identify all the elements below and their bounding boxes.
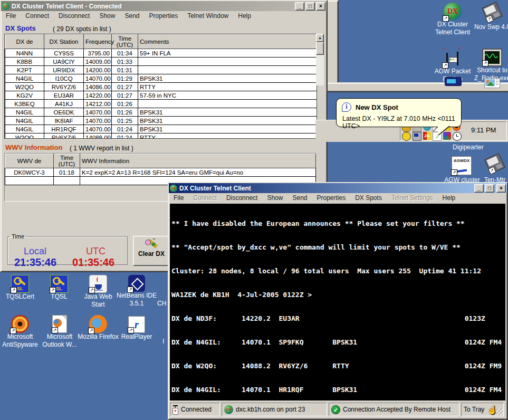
partial-label-ch: CH bbox=[157, 300, 169, 308]
close-button[interactable]: × bbox=[496, 184, 506, 193]
table-row[interactable]: K3BEQA41KJ14212.0001:26 bbox=[5, 100, 318, 108]
menu-telnet-settings: Telnet Settings bbox=[387, 193, 438, 203]
desktop-icon-dx-cluster[interactable]: DX ↗ DX ClusterTelnet Client bbox=[433, 3, 473, 36]
table-row[interactable]: DK0WCY-3 01:18 K=2 expK=2 A=13 R=168 SFI… bbox=[5, 168, 316, 177]
terminal-line: DX de ND3F: 14220.2 EU3AR 0123Z bbox=[171, 314, 505, 322]
time-group-label: Time bbox=[10, 233, 26, 240]
dx-globe-icon: DX bbox=[170, 185, 177, 192]
menu-properties[interactable]: Properties bbox=[312, 193, 350, 203]
desktop-icon-firefox[interactable]: ↗ Mozilla Firefox bbox=[75, 315, 121, 341]
dx-spots-scrollbar[interactable]: ▲ bbox=[316, 34, 324, 85]
desktop-icon-z-radio[interactable]: ↗ Shortcut toZ_Radio.exe bbox=[473, 49, 508, 82]
utc-time: 01:35:46 bbox=[72, 256, 114, 269]
table-header-row[interactable]: DX de DX Station Frequency Time (UTC) Co… bbox=[5, 35, 318, 49]
desktop-icon-tqsl[interactable]: QSL ↗ TQSL bbox=[39, 275, 79, 301]
table-row[interactable]: N4NNCY9SS3795.0001:3459+ IN FLA bbox=[5, 49, 318, 58]
desktop-icon-nov-swp[interactable]: ↗ Nov Swp 4.0 bbox=[473, 3, 508, 31]
menu-send[interactable]: Send bbox=[287, 193, 312, 203]
computer-tray-icon[interactable] bbox=[413, 132, 421, 141]
menu-connect[interactable]: Connect bbox=[21, 11, 54, 21]
desktop-icon-tqslcert[interactable]: QSL ↗ TQSLCert bbox=[0, 275, 40, 301]
telnet-terminal[interactable]: ** I have disabled the European announce… bbox=[170, 204, 505, 400]
menu-disconnect[interactable]: Disconnect bbox=[54, 11, 94, 21]
shortcut-arrow-icon: ↗ bbox=[443, 15, 449, 22]
close-button[interactable]: × bbox=[316, 2, 325, 11]
zonealarm-tray-icon[interactable]: ZA bbox=[423, 132, 431, 140]
menu-dx-spots[interactable]: DX Spots bbox=[350, 193, 387, 203]
shortcut-arrow-icon: ↗ bbox=[127, 287, 133, 293]
shortcut-arrow-icon: ↗ bbox=[52, 327, 58, 333]
desktop-icon-ten-mtr[interactable]: ↗ bbox=[485, 156, 504, 175]
col-frequency: Frequency bbox=[84, 35, 112, 49]
table-row[interactable]: N4GILOE6DK14070.0001:26BPSK31 bbox=[5, 108, 318, 117]
scroll-up-button[interactable]: ▲ bbox=[316, 34, 324, 42]
menu-file[interactable]: File bbox=[169, 193, 188, 203]
local-label: Local bbox=[24, 246, 46, 257]
table-row[interactable]: N4GILI10CQ14070.0001:29BPSK31 bbox=[5, 74, 318, 83]
wwv-table[interactable]: WWV de Time (UTC) WWV Information DK0WCY… bbox=[5, 154, 316, 185]
status-to-tray[interactable]: To Tray ☝ bbox=[461, 403, 504, 416]
menu-disconnect[interactable]: Disconnect bbox=[222, 193, 262, 203]
foreground-window-titlebar[interactable]: DX DX Cluster Telnet Client _ □ × bbox=[169, 183, 507, 193]
background-window-titlebar[interactable]: DX DX Cluster Telnet Client - Connected … bbox=[1, 1, 327, 11]
shortcut-arrow-icon: ↗ bbox=[11, 287, 17, 293]
desktop-icon-netbeans[interactable]: ↗ NetBeans IDE3.5.1 bbox=[115, 275, 158, 308]
maximize-button[interactable]: □ bbox=[485, 184, 494, 193]
status-host-label: dxc.kb1h.com on port 23 bbox=[236, 406, 305, 413]
menu-help[interactable]: Help bbox=[233, 11, 256, 21]
telegraph-key-icon: + bbox=[172, 405, 178, 414]
col-time-utc: Time (UTC) bbox=[112, 35, 138, 49]
eraser-icon: ~ bbox=[133, 236, 169, 250]
terminal-line: Cluster: 28 nodes, 8 local / 96 total us… bbox=[171, 267, 505, 275]
minimize-button[interactable]: _ bbox=[295, 2, 304, 11]
desktop-icon-realplayer[interactable]: r ↗ RealPlayer bbox=[117, 315, 156, 341]
clock-tray-icon[interactable] bbox=[453, 132, 462, 141]
clear-dx-label: Clear DX bbox=[133, 250, 169, 257]
balloon-title: New DX Spot bbox=[356, 103, 398, 111]
menu-properties[interactable]: Properties bbox=[144, 11, 183, 21]
menu-send[interactable]: Send bbox=[120, 11, 144, 21]
clear-dx-button[interactable]: ~ Clear DX bbox=[133, 236, 170, 266]
smiley-tray-icon[interactable] bbox=[402, 132, 411, 141]
menu-file[interactable]: File bbox=[1, 11, 21, 21]
table-row[interactable]: W2QORV6YZ/614086.0001:27RTTY bbox=[5, 83, 318, 91]
status-connected: + Connected bbox=[170, 403, 220, 416]
table-row[interactable]: W2QORV6YZ/614088.0001:24RTTY bbox=[5, 133, 318, 139]
table-header-row[interactable]: WWV de Time (UTC) WWV Information bbox=[5, 154, 316, 168]
menu-help[interactable]: Help bbox=[438, 193, 461, 203]
minimize-button[interactable]: _ bbox=[474, 184, 484, 193]
dx-spots-table[interactable]: DX de DX Station Frequency Time (UTC) Co… bbox=[4, 34, 317, 139]
image-small-icon[interactable] bbox=[484, 78, 500, 88]
menu-show[interactable]: Show bbox=[94, 11, 120, 21]
status-host: DX dxc.kb1h.com on port 23 bbox=[222, 403, 327, 416]
table-row[interactable]: K8BBUA9CIY14009.0001:33 bbox=[5, 58, 318, 66]
resize-grip[interactable] bbox=[496, 408, 503, 415]
table-row[interactable]: N4GILHR1RQF14070.0001:24BPSK31 bbox=[5, 125, 318, 133]
oscilloscope-icon: ↗ bbox=[482, 49, 502, 66]
desktop-icon-java-web-start[interactable]: ↗ Java WebStart bbox=[78, 275, 119, 309]
menu-telnet-window[interactable]: Telnet Window bbox=[183, 11, 233, 21]
dx-spots-count: ( 29 DX spots in list ) bbox=[53, 25, 111, 33]
desktop-icon-antispyware[interactable]: ↗ MicrosoftAntiSpyware bbox=[0, 315, 40, 349]
tray-clock[interactable]: 9:11 PM bbox=[471, 126, 496, 134]
scroll-thumb[interactable] bbox=[316, 42, 324, 55]
maximize-button[interactable]: □ bbox=[305, 2, 315, 11]
desktop-icon-outlook[interactable]: ↗ MicrosoftOutlook W... bbox=[39, 315, 80, 349]
dx-spots-heading: DX Spots bbox=[5, 24, 36, 32]
radio-small-icon[interactable] bbox=[445, 77, 462, 86]
qsl-key-icon: QSL ↗ bbox=[50, 275, 68, 293]
table-row[interactable]: N4GILIK8IAF14070.0001:25BPSK31 bbox=[5, 117, 318, 125]
table-row[interactable]: K2PTUR9IDX14200.0001:31 bbox=[5, 66, 318, 74]
target-icon: ↗ bbox=[11, 315, 29, 333]
wwv-count: ( 1 WWV report in list ) bbox=[70, 145, 133, 152]
shortcut-arrow-icon: ↗ bbox=[10, 328, 16, 334]
status-bar: + Connected DX dxc.kb1h.com on port 23 ✓… bbox=[170, 403, 504, 417]
table-row[interactable]: KG2VEU3AR14220.0001:2757-59 in NYC bbox=[5, 91, 318, 100]
dx-globe-icon: DX bbox=[224, 405, 233, 414]
balloon-tooltip[interactable]: i New DX Spot Latest DX - YI9LZ at 7.010… bbox=[336, 98, 462, 127]
col-wwv-info: WWV Information bbox=[80, 154, 316, 168]
shortcut-arrow-icon: ↗ bbox=[482, 60, 488, 66]
menu-show[interactable]: Show bbox=[262, 193, 287, 203]
desktop-icon-agw-cluster[interactable]: AGWDX ↗ bbox=[452, 156, 472, 175]
terminal-line: DX de N4GIL: 14070.1 SP9FKQ BPSK31 0124Z… bbox=[171, 338, 505, 346]
